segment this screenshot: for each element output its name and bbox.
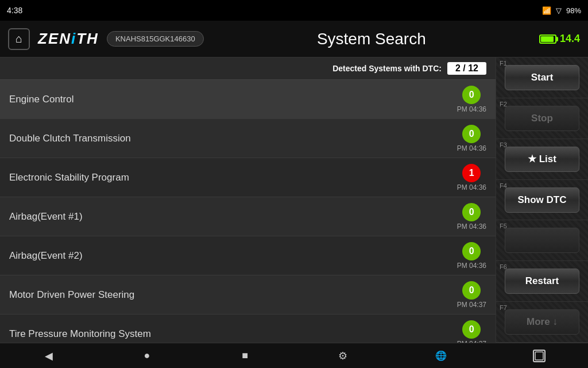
battery-percent: 98% xyxy=(566,6,581,15)
systems-container: Engine Control0PM 04:36Double Clutch Tra… xyxy=(0,80,496,343)
back-nav-button[interactable]: ◀ xyxy=(32,346,66,366)
f5-label: F5 xyxy=(500,223,507,229)
f7-label: F7 xyxy=(500,304,507,311)
dtc-separator: / xyxy=(463,63,468,73)
system-row[interactable]: Airbag(Event #1)0PM 04:36 xyxy=(0,197,496,236)
start-button[interactable]: Start xyxy=(505,65,579,90)
detected-label: Detected Systems with DTC: xyxy=(332,64,442,73)
system-list: Detected Systems with DTC: 2 / 12 Engine… xyxy=(0,57,496,343)
system-right: 0PM 04:36 xyxy=(457,86,486,113)
logo: ZENiTH xyxy=(38,30,99,48)
signal-icon: 📶 xyxy=(542,6,551,15)
status-bar: 4:38 📶 ▽ 98% xyxy=(0,0,588,21)
dtc-badge: 1 xyxy=(462,164,481,182)
detected-header: Detected Systems with DTC: 2 / 12 xyxy=(0,57,496,80)
f1-label: F1 xyxy=(500,60,507,67)
f2-label: F2 xyxy=(500,101,507,108)
f6-button-container[interactable]: F6 Restart xyxy=(496,261,588,302)
f6-label: F6 xyxy=(500,263,507,270)
dtc-count: 2 xyxy=(455,63,461,73)
f7-button-container: F7 More ↓ xyxy=(496,302,588,343)
status-time: 4:38 xyxy=(7,6,22,15)
system-name: Motor Driven Power Steering xyxy=(9,289,134,301)
more-button: More ↓ xyxy=(505,309,579,335)
system-name: Engine Control xyxy=(9,94,74,105)
recent-nav-button[interactable]: ■ xyxy=(228,346,262,366)
system-row[interactable]: Motor Driven Power Steering0PM 04:37 xyxy=(0,275,496,315)
dtc-badge: 0 xyxy=(462,320,481,339)
battery-icon xyxy=(539,34,556,44)
system-time: PM 04:36 xyxy=(457,183,486,191)
system-time: PM 04:37 xyxy=(457,340,486,343)
dtc-counter: 2 / 12 xyxy=(447,62,486,75)
system-time: PM 04:36 xyxy=(457,262,486,270)
system-row[interactable]: Tire Pressure Monitoring System0PM 04:37 xyxy=(0,315,496,343)
system-right: 0PM 04:37 xyxy=(457,281,486,309)
system-time: PM 04:37 xyxy=(457,301,486,309)
dtc-badge: 0 xyxy=(462,203,481,221)
stop-button: Stop xyxy=(505,106,579,131)
restart-button[interactable]: Restart xyxy=(505,269,579,294)
main-content: Detected Systems with DTC: 2 / 12 Engine… xyxy=(0,57,588,343)
f5-button xyxy=(505,228,579,253)
system-row[interactable]: Double Clutch Transmission0PM 04:36 xyxy=(0,119,496,158)
f5-button-container: F5 xyxy=(496,220,588,261)
dtc-total: 12 xyxy=(468,63,478,73)
list-button[interactable]: ★ List xyxy=(505,147,579,172)
system-time: PM 04:36 xyxy=(457,144,486,152)
battery-display: 14.4 xyxy=(539,33,580,45)
f1-button-container[interactable]: F1 Start xyxy=(496,57,588,98)
system-right: 0PM 04:36 xyxy=(457,125,486,152)
system-name: Airbag(Event #1) xyxy=(9,211,83,223)
system-name: Electronic Stability Program xyxy=(9,172,129,183)
dtc-badge: 0 xyxy=(462,86,481,104)
system-row[interactable]: Engine Control0PM 04:36 xyxy=(0,80,496,119)
home-button[interactable]: ⌂ xyxy=(8,28,30,50)
page-title: System Search xyxy=(212,30,531,48)
system-time: PM 04:36 xyxy=(457,105,486,113)
vin-badge[interactable]: KNAHS815GGK146630 xyxy=(107,31,204,47)
settings-nav-button[interactable]: ⚙ xyxy=(326,346,360,366)
system-name: Double Clutch Transmission xyxy=(9,133,131,144)
show-dtc-button[interactable]: Show DTC xyxy=(505,187,579,213)
svg-rect-1 xyxy=(535,352,543,360)
wifi-icon: ▽ xyxy=(556,6,562,15)
f3-label: F3 xyxy=(500,141,507,148)
f4-label: F4 xyxy=(500,182,507,189)
system-row[interactable]: Airbag(Event #2)0PM 04:36 xyxy=(0,236,496,275)
system-name: Tire Pressure Monitoring System xyxy=(9,328,151,340)
screenshot-nav-button[interactable] xyxy=(522,346,556,366)
f4-button-container[interactable]: F4 Show DTC xyxy=(496,180,588,221)
right-panel: F1 Start F2 Stop F3 ★ List F4 Show DTC F… xyxy=(496,57,588,343)
nav-bar: ◀ ● ■ ⚙ 🌐 xyxy=(0,343,588,368)
dtc-badge: 0 xyxy=(462,125,481,143)
system-right: 0PM 04:37 xyxy=(457,320,486,343)
f2-button-container: F2 Stop xyxy=(496,98,588,139)
home-nav-button[interactable]: ● xyxy=(130,346,164,366)
browser-nav-button[interactable]: 🌐 xyxy=(424,346,458,366)
header: ⌂ ZENiTH KNAHS815GGK146630 System Search… xyxy=(0,21,588,57)
system-row[interactable]: Electronic Stability Program1PM 04:36 xyxy=(0,158,496,197)
dtc-badge: 0 xyxy=(462,281,481,300)
system-right: 0PM 04:36 xyxy=(457,203,486,231)
system-right: 0PM 04:36 xyxy=(457,242,486,270)
system-time: PM 04:36 xyxy=(457,223,486,231)
dtc-badge: 0 xyxy=(462,242,481,260)
system-right: 1PM 04:36 xyxy=(457,164,486,191)
system-name: Airbag(Event #2) xyxy=(9,250,83,262)
f3-button-container[interactable]: F3 ★ List xyxy=(496,139,588,180)
battery-voltage: 14.4 xyxy=(560,33,580,45)
